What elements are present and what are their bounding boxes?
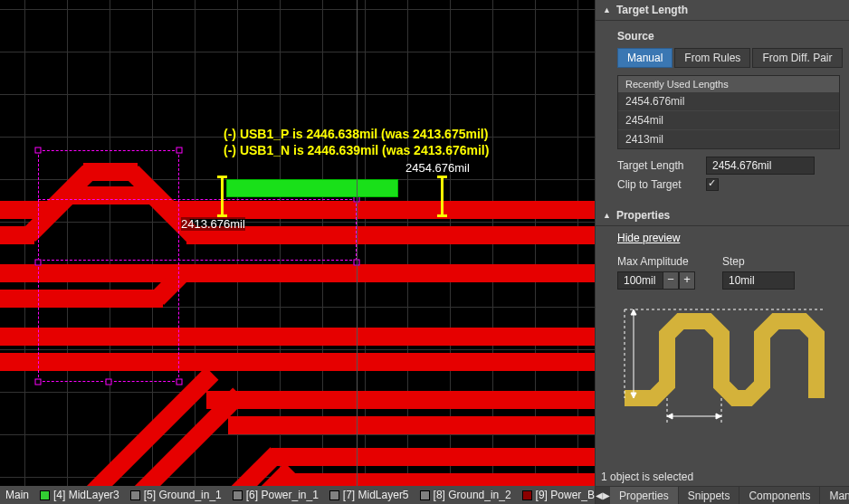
tab-manual[interactable]: Manual	[617, 48, 673, 68]
selection-handle[interactable]	[35, 260, 42, 266]
measure-label-left: 2413.676mil	[181, 217, 245, 231]
layer-label: [5] Ground_in_1	[144, 489, 222, 501]
trace	[228, 416, 595, 434]
max-amplitude-input[interactable]	[617, 271, 663, 290]
panel-tab-bar: ◀ ▶ Properties Snippets Components Manuf…	[596, 486, 849, 504]
tab-scroll-left[interactable]: ◀	[596, 487, 603, 504]
tab-scroll-right[interactable]: ▶	[603, 487, 610, 504]
net-length-annotation: (-) USB1_P is 2446.638mil (was 2413.675m…	[224, 127, 488, 141]
length-tuning-slider[interactable]	[226, 179, 398, 197]
max-amplitude-decrement[interactable]: −	[663, 271, 679, 290]
layer-tab[interactable]: [7] MidLayer5	[324, 489, 415, 501]
hide-preview-link[interactable]: Hide preview	[617, 232, 680, 244]
layer-tab[interactable]: [8] Ground_in_2	[415, 489, 517, 501]
recent-length-item[interactable]: 2454.676mil	[618, 92, 839, 110]
selection-handle[interactable]	[176, 379, 183, 385]
selection-handle[interactable]	[176, 147, 183, 154]
layer-label: [7] MidLayer5	[343, 489, 409, 501]
layer-tab[interactable]: Main	[0, 489, 34, 501]
tuning-pattern-preview	[617, 299, 840, 437]
properties-panel: ▲ Target Length Source Manual From Rules…	[595, 0, 849, 504]
layer-label: Main	[5, 489, 29, 501]
length-marker-end[interactable]	[441, 176, 444, 217]
selection-handle[interactable]	[35, 379, 42, 385]
status-bar: 1 object is selected	[596, 468, 849, 486]
max-amplitude-increment[interactable]: +	[679, 271, 695, 290]
svg-marker-5	[667, 414, 673, 419]
source-label: Source	[617, 30, 840, 43]
svg-marker-8	[631, 309, 636, 315]
recent-length-item[interactable]: 2454mil	[618, 110, 839, 129]
section-title: Target Length	[616, 4, 688, 16]
layer-label: [8] Ground_in_2	[434, 489, 511, 501]
layer-swatch	[420, 490, 430, 500]
section-header-target-length[interactable]: ▲ Target Length	[596, 0, 849, 21]
layer-tab[interactable]: [6] Power_in_1	[227, 489, 324, 501]
layer-swatch	[522, 490, 532, 500]
layer-tab-bar[interactable]: Main [4] MidLayer3 [5] Ground_in_1 [6] P…	[0, 486, 595, 504]
collapse-icon: ▲	[603, 5, 611, 14]
layer-label: [9] Power_Bot	[536, 489, 595, 501]
length-marker-start[interactable]	[221, 176, 224, 217]
trace	[206, 391, 595, 409]
measure-label-right: 2454.676mil	[405, 161, 470, 175]
tab-from-rules[interactable]: From Rules	[674, 48, 750, 68]
layer-swatch	[233, 490, 243, 500]
layer-label: [4] MidLayer3	[53, 489, 119, 501]
layer-swatch	[130, 490, 140, 500]
pcb-canvas[interactable]: (-) USB1_P is 2446.638mil (was 2413.675m…	[0, 0, 595, 504]
layer-tab[interactable]: [9] Power_Bot	[517, 489, 595, 501]
net-length-annotation: (-) USB1_N is 2446.639mil (was 2413.676m…	[224, 143, 489, 157]
layer-swatch	[329, 490, 339, 500]
step-input[interactable]	[722, 271, 795, 290]
collapse-icon: ▲	[603, 211, 611, 220]
panel-tab-manufacturer[interactable]: Manufacturer	[820, 487, 849, 504]
svg-marker-6	[716, 414, 721, 419]
trace	[272, 448, 595, 466]
source-tabs: Manual From Rules From Diff. Pair	[617, 48, 840, 68]
target-length-input[interactable]	[706, 157, 815, 175]
tab-from-diff-pair[interactable]: From Diff. Pair	[752, 48, 842, 68]
selection-handle[interactable]	[35, 147, 42, 154]
layer-tab[interactable]: [5] Ground_in_1	[125, 489, 227, 501]
section-header-properties[interactable]: ▲ Properties	[596, 205, 849, 226]
panel-tab-snippets[interactable]: Snippets	[679, 487, 740, 504]
clip-to-target-label: Clip to Target	[617, 178, 699, 191]
layer-label: [6] Power_in_1	[246, 489, 319, 501]
step-label: Step	[722, 255, 795, 268]
panel-tab-components[interactable]: Components	[739, 487, 820, 504]
selection-handle[interactable]	[106, 379, 112, 385]
recent-lengths-list: Recently Used Lengths 2454.676mil 2454mi…	[617, 75, 840, 149]
recent-length-item[interactable]: 2413mil	[618, 129, 839, 148]
layer-tab[interactable]: [4] MidLayer3	[34, 489, 125, 501]
target-length-label: Target Length	[617, 159, 699, 172]
panel-tab-properties[interactable]: Properties	[610, 487, 679, 504]
section-title: Properties	[616, 209, 670, 222]
clip-to-target-checkbox[interactable]	[706, 178, 719, 191]
max-amplitude-label: Max Amplitude	[617, 255, 695, 268]
layer-swatch	[40, 490, 50, 500]
cursor-crosshair-v	[357, 0, 358, 486]
selection-box[interactable]	[38, 150, 179, 382]
recent-lengths-header: Recently Used Lengths	[618, 76, 839, 92]
